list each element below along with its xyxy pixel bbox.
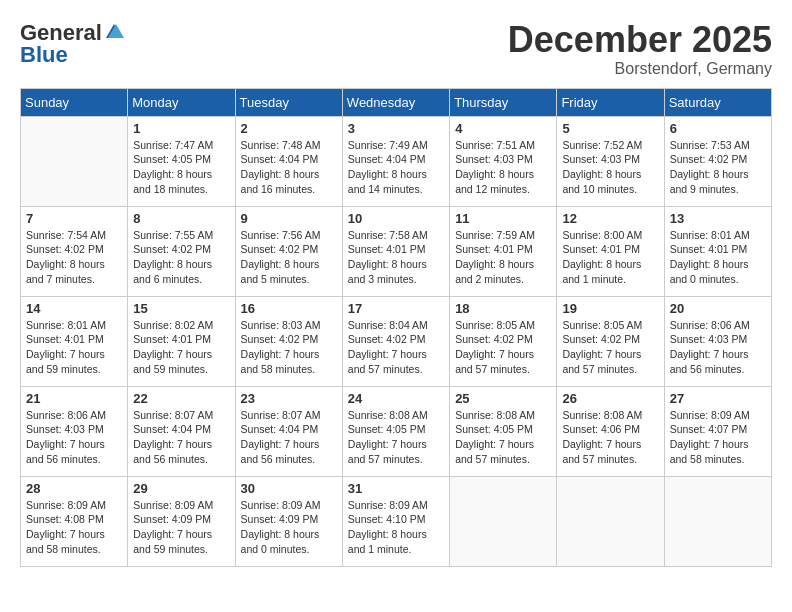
day-info: Sunrise: 8:06 AM Sunset: 4:03 PM Dayligh… — [670, 318, 766, 377]
day-number: 29 — [133, 481, 229, 496]
day-number: 14 — [26, 301, 122, 316]
calendar-cell: 3Sunrise: 7:49 AM Sunset: 4:04 PM Daylig… — [342, 116, 449, 206]
location: Borstendorf, Germany — [508, 60, 772, 78]
day-info: Sunrise: 8:07 AM Sunset: 4:04 PM Dayligh… — [133, 408, 229, 467]
calendar-week-3: 14Sunrise: 8:01 AM Sunset: 4:01 PM Dayli… — [21, 296, 772, 386]
calendar-week-2: 7Sunrise: 7:54 AM Sunset: 4:02 PM Daylig… — [21, 206, 772, 296]
calendar-cell: 26Sunrise: 8:08 AM Sunset: 4:06 PM Dayli… — [557, 386, 664, 476]
calendar-cell: 30Sunrise: 8:09 AM Sunset: 4:09 PM Dayli… — [235, 476, 342, 566]
day-number: 22 — [133, 391, 229, 406]
calendar-cell: 12Sunrise: 8:00 AM Sunset: 4:01 PM Dayli… — [557, 206, 664, 296]
day-number: 4 — [455, 121, 551, 136]
day-info: Sunrise: 8:09 AM Sunset: 4:09 PM Dayligh… — [133, 498, 229, 557]
logo: General Blue — [20, 20, 124, 68]
calendar-week-5: 28Sunrise: 8:09 AM Sunset: 4:08 PM Dayli… — [21, 476, 772, 566]
day-number: 13 — [670, 211, 766, 226]
day-info: Sunrise: 7:51 AM Sunset: 4:03 PM Dayligh… — [455, 138, 551, 197]
day-number: 9 — [241, 211, 337, 226]
day-info: Sunrise: 8:08 AM Sunset: 4:05 PM Dayligh… — [455, 408, 551, 467]
calendar-cell: 31Sunrise: 8:09 AM Sunset: 4:10 PM Dayli… — [342, 476, 449, 566]
day-info: Sunrise: 7:52 AM Sunset: 4:03 PM Dayligh… — [562, 138, 658, 197]
day-number: 20 — [670, 301, 766, 316]
day-info: Sunrise: 8:05 AM Sunset: 4:02 PM Dayligh… — [562, 318, 658, 377]
day-number: 16 — [241, 301, 337, 316]
calendar-cell: 29Sunrise: 8:09 AM Sunset: 4:09 PM Dayli… — [128, 476, 235, 566]
day-number: 18 — [455, 301, 551, 316]
calendar-cell — [450, 476, 557, 566]
calendar-cell: 4Sunrise: 7:51 AM Sunset: 4:03 PM Daylig… — [450, 116, 557, 206]
calendar-cell — [21, 116, 128, 206]
calendar-cell: 7Sunrise: 7:54 AM Sunset: 4:02 PM Daylig… — [21, 206, 128, 296]
day-info: Sunrise: 7:56 AM Sunset: 4:02 PM Dayligh… — [241, 228, 337, 287]
calendar-week-1: 1Sunrise: 7:47 AM Sunset: 4:05 PM Daylig… — [21, 116, 772, 206]
day-number: 15 — [133, 301, 229, 316]
day-info: Sunrise: 7:55 AM Sunset: 4:02 PM Dayligh… — [133, 228, 229, 287]
day-number: 8 — [133, 211, 229, 226]
calendar-cell: 6Sunrise: 7:53 AM Sunset: 4:02 PM Daylig… — [664, 116, 771, 206]
day-info: Sunrise: 7:54 AM Sunset: 4:02 PM Dayligh… — [26, 228, 122, 287]
weekday-header-wednesday: Wednesday — [342, 88, 449, 116]
day-info: Sunrise: 8:02 AM Sunset: 4:01 PM Dayligh… — [133, 318, 229, 377]
day-number: 23 — [241, 391, 337, 406]
day-number: 5 — [562, 121, 658, 136]
day-info: Sunrise: 7:58 AM Sunset: 4:01 PM Dayligh… — [348, 228, 444, 287]
weekday-header-monday: Monday — [128, 88, 235, 116]
day-number: 24 — [348, 391, 444, 406]
calendar-cell: 18Sunrise: 8:05 AM Sunset: 4:02 PM Dayli… — [450, 296, 557, 386]
day-info: Sunrise: 8:08 AM Sunset: 4:05 PM Dayligh… — [348, 408, 444, 467]
day-number: 26 — [562, 391, 658, 406]
day-info: Sunrise: 8:01 AM Sunset: 4:01 PM Dayligh… — [26, 318, 122, 377]
day-info: Sunrise: 8:06 AM Sunset: 4:03 PM Dayligh… — [26, 408, 122, 467]
day-number: 7 — [26, 211, 122, 226]
day-info: Sunrise: 7:59 AM Sunset: 4:01 PM Dayligh… — [455, 228, 551, 287]
day-info: Sunrise: 8:09 AM Sunset: 4:07 PM Dayligh… — [670, 408, 766, 467]
day-info: Sunrise: 8:07 AM Sunset: 4:04 PM Dayligh… — [241, 408, 337, 467]
day-info: Sunrise: 8:08 AM Sunset: 4:06 PM Dayligh… — [562, 408, 658, 467]
calendar-header-row: SundayMondayTuesdayWednesdayThursdayFrid… — [21, 88, 772, 116]
day-number: 21 — [26, 391, 122, 406]
calendar-cell: 5Sunrise: 7:52 AM Sunset: 4:03 PM Daylig… — [557, 116, 664, 206]
weekday-header-sunday: Sunday — [21, 88, 128, 116]
day-number: 31 — [348, 481, 444, 496]
day-info: Sunrise: 8:09 AM Sunset: 4:08 PM Dayligh… — [26, 498, 122, 557]
weekday-header-friday: Friday — [557, 88, 664, 116]
day-info: Sunrise: 7:49 AM Sunset: 4:04 PM Dayligh… — [348, 138, 444, 197]
day-number: 19 — [562, 301, 658, 316]
day-number: 10 — [348, 211, 444, 226]
day-info: Sunrise: 8:03 AM Sunset: 4:02 PM Dayligh… — [241, 318, 337, 377]
calendar-cell: 2Sunrise: 7:48 AM Sunset: 4:04 PM Daylig… — [235, 116, 342, 206]
calendar-cell: 20Sunrise: 8:06 AM Sunset: 4:03 PM Dayli… — [664, 296, 771, 386]
logo-blue-text: Blue — [20, 42, 68, 68]
day-number: 6 — [670, 121, 766, 136]
calendar-cell: 19Sunrise: 8:05 AM Sunset: 4:02 PM Dayli… — [557, 296, 664, 386]
day-info: Sunrise: 8:05 AM Sunset: 4:02 PM Dayligh… — [455, 318, 551, 377]
calendar-cell: 16Sunrise: 8:03 AM Sunset: 4:02 PM Dayli… — [235, 296, 342, 386]
month-title: December 2025 — [508, 20, 772, 60]
calendar-cell: 1Sunrise: 7:47 AM Sunset: 4:05 PM Daylig… — [128, 116, 235, 206]
calendar-cell: 14Sunrise: 8:01 AM Sunset: 4:01 PM Dayli… — [21, 296, 128, 386]
calendar-cell: 25Sunrise: 8:08 AM Sunset: 4:05 PM Dayli… — [450, 386, 557, 476]
day-info: Sunrise: 8:09 AM Sunset: 4:10 PM Dayligh… — [348, 498, 444, 557]
calendar-cell — [664, 476, 771, 566]
calendar-cell — [557, 476, 664, 566]
day-info: Sunrise: 8:00 AM Sunset: 4:01 PM Dayligh… — [562, 228, 658, 287]
day-number: 1 — [133, 121, 229, 136]
calendar-cell: 9Sunrise: 7:56 AM Sunset: 4:02 PM Daylig… — [235, 206, 342, 296]
calendar-cell: 23Sunrise: 8:07 AM Sunset: 4:04 PM Dayli… — [235, 386, 342, 476]
day-number: 28 — [26, 481, 122, 496]
page-header: General Blue December 2025 Borstendorf, … — [20, 20, 772, 78]
calendar-cell: 11Sunrise: 7:59 AM Sunset: 4:01 PM Dayli… — [450, 206, 557, 296]
calendar-week-4: 21Sunrise: 8:06 AM Sunset: 4:03 PM Dayli… — [21, 386, 772, 476]
day-info: Sunrise: 7:47 AM Sunset: 4:05 PM Dayligh… — [133, 138, 229, 197]
calendar-cell: 27Sunrise: 8:09 AM Sunset: 4:07 PM Dayli… — [664, 386, 771, 476]
day-number: 11 — [455, 211, 551, 226]
day-number: 30 — [241, 481, 337, 496]
calendar-cell: 24Sunrise: 8:08 AM Sunset: 4:05 PM Dayli… — [342, 386, 449, 476]
day-info: Sunrise: 8:04 AM Sunset: 4:02 PM Dayligh… — [348, 318, 444, 377]
calendar-cell: 17Sunrise: 8:04 AM Sunset: 4:02 PM Dayli… — [342, 296, 449, 386]
day-info: Sunrise: 7:53 AM Sunset: 4:02 PM Dayligh… — [670, 138, 766, 197]
day-number: 27 — [670, 391, 766, 406]
calendar-table: SundayMondayTuesdayWednesdayThursdayFrid… — [20, 88, 772, 567]
day-info: Sunrise: 8:09 AM Sunset: 4:09 PM Dayligh… — [241, 498, 337, 557]
day-number: 12 — [562, 211, 658, 226]
